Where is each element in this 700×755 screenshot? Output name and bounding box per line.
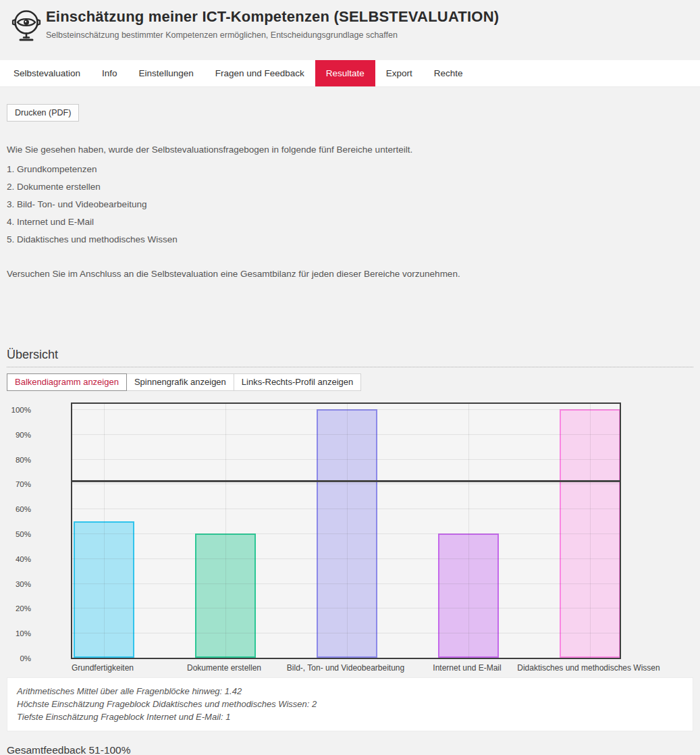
- stats-line: Höchste Einschätzung Frageblock Didaktis…: [17, 698, 683, 710]
- area-list-item: 1. Grundkompetenzen: [7, 164, 693, 174]
- chart-stats-box: Arithmetisches Mittel über alle Fragenbl…: [7, 677, 693, 731]
- page-subtitle: Selbsteinschätzung bestimmter Kompetenze…: [46, 30, 499, 40]
- y-axis-tick-label: 0%: [7, 654, 31, 662]
- stats-line: Arithmetisches Mittel über alle Fragenbl…: [17, 685, 683, 698]
- mean-threshold-line: [72, 480, 620, 482]
- chart-plot-area: [71, 402, 621, 659]
- y-axis-tick-label: 50%: [7, 530, 31, 538]
- y-axis-tick-label: 40%: [7, 555, 31, 563]
- x-axis-label-didaktisches-und-methodisches-wissen: Didaktisches und methodisches Wissen: [517, 663, 659, 673]
- y-axis-tick-label: 60%: [7, 505, 31, 513]
- area-list-item: 5. Didaktisches und methodisches Wissen: [7, 234, 693, 244]
- y-axis-tick-label: 100%: [7, 406, 31, 414]
- h-gridline: [72, 583, 620, 584]
- tab-einstellungen[interactable]: Einstellungen: [128, 60, 205, 86]
- overview-heading: Übersicht: [7, 348, 693, 367]
- h-gridline: [72, 434, 620, 435]
- y-axis-tick-label: 70%: [7, 480, 31, 488]
- h-gridline: [72, 533, 620, 534]
- chart-view-switcher: Balkendiagramm anzeigenSpinnengrafik anz…: [7, 373, 693, 391]
- h-gridline: [72, 484, 620, 484]
- tab-export[interactable]: Export: [375, 60, 423, 86]
- x-axis-label-dokumente-erstellen: Dokumente erstellen: [187, 663, 261, 673]
- button-spinnengrafik-anzeigen[interactable]: Spinnengrafik anzeigen: [126, 373, 234, 391]
- area-list-item: 3. Bild- Ton- und Videobearbeitung: [7, 199, 693, 209]
- v-gridline: [104, 404, 105, 658]
- h-gridline: [72, 608, 620, 608]
- y-axis-tick-label: 90%: [7, 431, 31, 439]
- intro-lead: Wie Sie gesehen haben, wurde der Selbste…: [7, 145, 693, 155]
- y-axis-tick-label: 10%: [7, 629, 31, 637]
- x-axis-label-grundfertigkeiten: Grundfertigkeiten: [72, 663, 134, 673]
- area-list-item: 2. Dokumente erstellen: [7, 182, 693, 192]
- x-axis-label-internet-und-e-mail: Internet und E-Mail: [433, 663, 501, 673]
- button-balkendiagramm-anzeigen[interactable]: Balkendiagramm anzeigen: [7, 373, 127, 391]
- h-gridline: [72, 409, 620, 410]
- stats-line: Tiefste Einschätzung Frageblock Internet…: [17, 710, 683, 723]
- h-gridline: [72, 509, 620, 509]
- tab-info[interactable]: Info: [91, 60, 128, 86]
- h-gridline: [72, 633, 620, 633]
- tab-rechte[interactable]: Rechte: [423, 60, 474, 86]
- v-gridline: [347, 404, 348, 658]
- button-links-rechts-profil-anzeigen[interactable]: Links-Rechts-Profil anzeigen: [234, 373, 361, 391]
- tab-resultate[interactable]: Resultate: [315, 60, 375, 86]
- v-gridline: [590, 404, 591, 658]
- area-list-item: 4. Internet und E-Mail: [7, 217, 693, 227]
- intro-text: Wie Sie gesehen haben, wurde der Selbste…: [7, 145, 693, 279]
- x-axis-label-bild-ton-und-videobearbeitung: Bild-, Ton- und Videobearbeitung: [287, 663, 404, 673]
- main-nav: SelbstevaluationInfoEinstellungenFragen …: [0, 60, 700, 87]
- app-header: Einschätzung meiner ICT-Kompetenzen (SEL…: [0, 0, 700, 60]
- intro-outro: Versuchen Sie im Anschluss an die Selbst…: [7, 269, 693, 279]
- h-gridline: [72, 459, 620, 460]
- feedback-heading: Gesamtfeedback 51-100%: [7, 744, 693, 755]
- y-axis-tick-label: 30%: [7, 580, 31, 588]
- print-pdf-button[interactable]: Drucken (PDF): [7, 104, 79, 122]
- y-axis-tick-label: 20%: [7, 604, 31, 613]
- eye-mirror-icon: [9, 8, 43, 45]
- tab-fragen-und-feedback[interactable]: Fragen und Feedback: [205, 60, 315, 86]
- h-gridline: [72, 558, 620, 559]
- tab-selbstevaluation[interactable]: Selbstevaluation: [3, 60, 91, 86]
- bar-chart: 0%10%20%30%40%50%60%70%80%90%100%Grundfe…: [7, 402, 693, 675]
- v-gridline: [225, 404, 226, 658]
- content-area: Drucken (PDF) Wie Sie gesehen haben, wur…: [0, 87, 700, 755]
- page-title: Einschätzung meiner ICT-Kompetenzen (SEL…: [46, 8, 499, 26]
- area-list: 1. Grundkompetenzen2. Dokumente erstelle…: [7, 164, 693, 244]
- y-axis-tick-label: 80%: [7, 456, 31, 464]
- v-gridline: [468, 404, 469, 658]
